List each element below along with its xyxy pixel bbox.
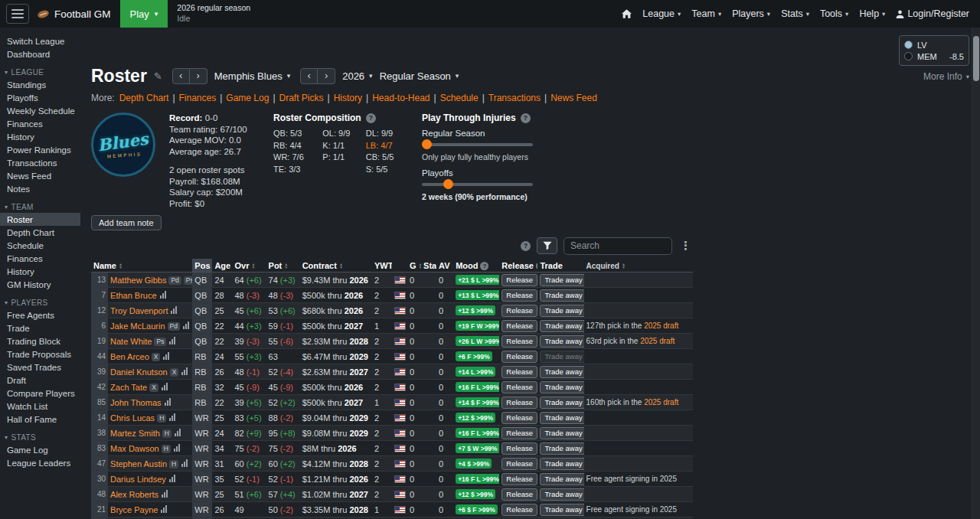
- trade-away-button[interactable]: Trade away: [540, 381, 583, 393]
- sidebar-item-saved-trades[interactable]: Saved Trades: [0, 361, 80, 374]
- player-stats-icon[interactable]: [169, 475, 175, 482]
- mood-badge[interactable]: +4 $ >99%: [456, 459, 492, 468]
- player-name-link[interactable]: Max Dawson: [110, 444, 159, 453]
- slider-track[interactable]: [422, 183, 533, 186]
- mood-badge[interactable]: +13 $ L >99%: [456, 290, 499, 300]
- mood-badge[interactable]: +12 $ >99%: [456, 413, 495, 423]
- column-header-ovr[interactable]: Ovr▲▼: [232, 259, 266, 273]
- edit-icon[interactable]: ✎: [154, 70, 162, 82]
- draft-link[interactable]: 2025 draft: [644, 398, 678, 406]
- mood-badge[interactable]: +12 $ >99%: [456, 489, 495, 499]
- trade-away-button[interactable]: Trade away: [540, 427, 583, 439]
- trade-away-button[interactable]: Trade away: [540, 412, 583, 424]
- trade-away-button[interactable]: Trade away: [540, 289, 583, 302]
- player-name-link[interactable]: Darius Lindsey: [110, 475, 166, 484]
- release-button[interactable]: Release: [501, 381, 537, 393]
- sidebar-item-standings[interactable]: Standings: [0, 78, 80, 91]
- trade-away-button[interactable]: Trade away: [540, 442, 583, 455]
- more-link-news-feed[interactable]: News Feed: [550, 93, 597, 103]
- more-link-transactions[interactable]: Transactions: [488, 93, 541, 103]
- more-link-head-to-head[interactable]: Head-to-Head: [372, 93, 430, 103]
- sidebar-item-depth-chart[interactable]: Depth Chart: [0, 226, 80, 239]
- sidebar-item-news-feed[interactable]: News Feed: [0, 169, 80, 182]
- player-stats-icon[interactable]: [174, 444, 180, 452]
- player-name-link[interactable]: Nate White: [110, 337, 152, 346]
- help-icon[interactable]: ?: [480, 262, 488, 270]
- release-button[interactable]: Release: [501, 305, 537, 317]
- mood-badge[interactable]: +19 F W >99%: [456, 321, 499, 331]
- release-button[interactable]: Release: [501, 488, 537, 501]
- player-name-link[interactable]: Bryce Payne: [110, 505, 158, 514]
- release-button[interactable]: Release: [501, 427, 537, 439]
- slider-thumb[interactable]: [422, 139, 432, 149]
- release-button[interactable]: Release: [501, 397, 537, 409]
- sidebar-item-history[interactable]: History: [0, 130, 80, 143]
- sidebar-section-team[interactable]: ▾TEAM: [0, 203, 80, 211]
- sidebar-item-transactions[interactable]: Transactions: [0, 156, 80, 169]
- sidebar-item-playoffs[interactable]: Playoffs: [0, 91, 80, 104]
- sidebar-item-gm-history[interactable]: GM History: [0, 278, 80, 291]
- brand[interactable]: Football GM: [38, 8, 111, 20]
- player-name-link[interactable]: Daniel Knutson: [110, 367, 168, 377]
- sidebar-item-game-log[interactable]: Game Log: [0, 443, 80, 456]
- sidebar-item-roster[interactable]: Roster: [0, 213, 80, 226]
- season-dropdown[interactable]: 2026 ▾: [342, 70, 372, 82]
- release-button[interactable]: Release: [501, 351, 537, 363]
- sidebar-item-compare-players[interactable]: Compare Players: [0, 387, 80, 400]
- trade-away-button[interactable]: Trade away: [540, 504, 583, 516]
- player-stats-icon[interactable]: [181, 459, 188, 467]
- player-stats-icon[interactable]: [169, 413, 175, 421]
- phase-dropdown[interactable]: Regular Season ▾: [380, 70, 459, 82]
- trade-away-button[interactable]: Trade away: [540, 458, 583, 470]
- draft-link[interactable]: 2025 draft: [640, 337, 675, 345]
- draft-link[interactable]: 2025 draft: [644, 322, 678, 330]
- column-header-ywt[interactable]: YWT▲▼: [372, 259, 392, 273]
- mood-badge[interactable]: +16 F L >99%: [456, 428, 499, 438]
- help-icon[interactable]: ?: [536, 262, 538, 270]
- mood-badge[interactable]: +16 F L >99%: [456, 474, 499, 484]
- player-stats-icon[interactable]: [161, 505, 167, 513]
- release-button[interactable]: Release: [501, 320, 537, 332]
- sidebar-item-switch-league[interactable]: Switch League: [0, 34, 80, 47]
- mood-badge[interactable]: +7 $ W >99%: [456, 443, 499, 453]
- release-button[interactable]: Release: [501, 289, 537, 302]
- sidebar-section-league[interactable]: ▾LEAGUE: [0, 68, 80, 77]
- sidebar-item-weekly-schedule[interactable]: Weekly Schedule: [0, 104, 80, 117]
- player-name-link[interactable]: Ethan Bruce: [110, 291, 157, 300]
- sidebar-item-notes[interactable]: Notes: [0, 182, 80, 195]
- column-header-pos[interactable]: Pos▲▼: [192, 259, 212, 273]
- next-team-button[interactable]: ›: [190, 68, 207, 84]
- player-stats-icon[interactable]: [160, 291, 166, 299]
- nav-menu-team[interactable]: Team▾: [691, 8, 721, 19]
- sidebar-item-schedule[interactable]: Schedule: [0, 239, 80, 252]
- release-button[interactable]: Release: [501, 504, 537, 516]
- player-name-link[interactable]: Ben Arceo: [110, 352, 149, 361]
- sidebar-item-dashboard[interactable]: Dashboard: [0, 47, 80, 60]
- next-season-button[interactable]: ›: [318, 68, 335, 84]
- mood-badge[interactable]: +21 $ L >99%: [456, 275, 499, 285]
- player-name-link[interactable]: Alex Roberts: [110, 490, 158, 499]
- column-header-age[interactable]: Age▲▼: [212, 259, 232, 273]
- player-name-link[interactable]: Matthew Gibbs: [110, 276, 166, 285]
- player-name-link[interactable]: John Thomas: [110, 398, 161, 407]
- nav-menu-stats[interactable]: Stats▾: [781, 8, 809, 19]
- sidebar-item-trading-block[interactable]: Trading Block: [0, 335, 80, 348]
- column-header-name[interactable]: Name▲▼: [91, 259, 192, 273]
- player-stats-icon[interactable]: [171, 306, 177, 314]
- player-stats-icon[interactable]: [183, 322, 189, 329]
- regular-season-injury-slider[interactable]: [422, 139, 533, 150]
- player-stats-icon[interactable]: [162, 383, 168, 390]
- release-button[interactable]: Release: [501, 473, 537, 485]
- slider-thumb[interactable]: [443, 179, 453, 189]
- trade-away-button[interactable]: Trade away: [540, 473, 583, 485]
- more-link-draft-picks[interactable]: Draft Picks: [279, 93, 324, 103]
- player-name-link[interactable]: Troy Davenport: [110, 306, 168, 315]
- upcoming-game-scorebox[interactable]: LV MEM -8.5: [899, 35, 969, 66]
- player-name-link[interactable]: Chris Lucas: [110, 413, 155, 423]
- trade-away-button[interactable]: Trade away: [540, 397, 583, 409]
- player-name-link[interactable]: Jake McLaurin: [110, 322, 165, 331]
- previous-team-button[interactable]: ‹: [172, 68, 190, 84]
- player-stats-icon[interactable]: [163, 352, 169, 360]
- more-link-depth-chart[interactable]: Depth Chart: [119, 93, 169, 103]
- trade-away-button[interactable]: Trade away: [540, 335, 583, 348]
